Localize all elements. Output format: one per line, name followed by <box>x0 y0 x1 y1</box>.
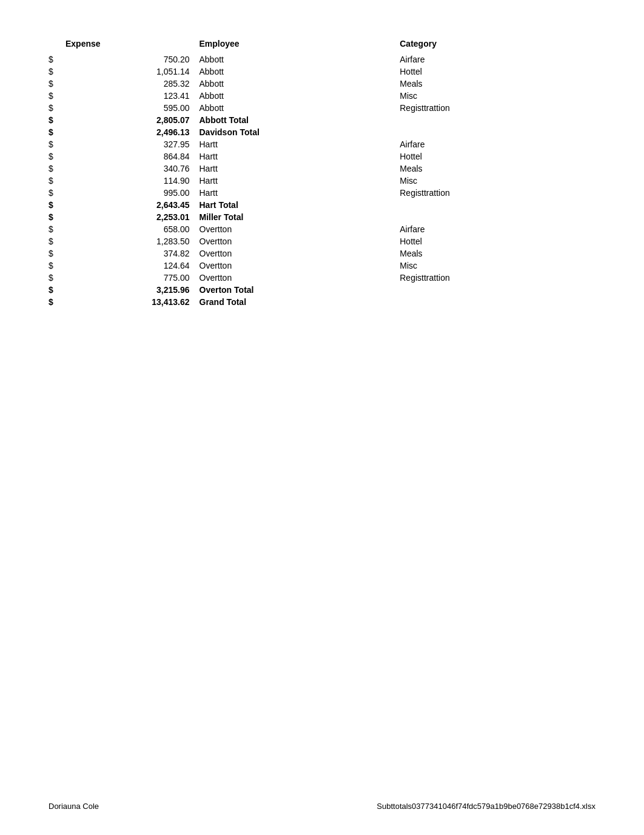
expense-amount: 2,805.07 <box>61 114 195 126</box>
employee-name: Hartt <box>195 163 395 175</box>
employee-name: Hartt <box>195 150 395 163</box>
col-header-expense: Expense <box>61 36 195 53</box>
expense-amount: 124.64 <box>61 260 195 272</box>
employee-name: Overtton <box>195 272 395 284</box>
table-row: $285.32AbbottMeals <box>49 78 595 90</box>
expense-category: Meals <box>395 163 595 175</box>
expense-category: Hottel <box>395 65 595 78</box>
currency-symbol: $ <box>49 65 61 78</box>
employee-name: Overtton <box>195 260 395 272</box>
expense-category: Registtrattion <box>395 187 595 199</box>
employee-name: Abbott <box>195 65 395 78</box>
table-row: $13,413.62Grand Total <box>49 296 595 308</box>
expense-amount: 3,215.96 <box>61 284 195 296</box>
currency-symbol: $ <box>49 260 61 272</box>
expense-amount: 595.00 <box>61 102 195 114</box>
employee-name: Abbott Total <box>195 114 395 126</box>
expense-amount: 123.41 <box>61 90 195 102</box>
table-row: $3,215.96Overton Total <box>49 284 595 296</box>
currency-symbol: $ <box>49 53 61 65</box>
expense-category <box>395 211 595 223</box>
expense-amount: 285.32 <box>61 78 195 90</box>
currency-symbol: $ <box>49 163 61 175</box>
expense-amount: 13,413.62 <box>61 296 195 308</box>
table-row: $374.82OverttonMeals <box>49 247 595 260</box>
employee-name: Grand Total <box>195 296 395 308</box>
expense-amount: 750.20 <box>61 53 195 65</box>
expense-amount: 2,253.01 <box>61 211 195 223</box>
expense-amount: 1,051.14 <box>61 65 195 78</box>
expense-category: Hottel <box>395 150 595 163</box>
currency-symbol: $ <box>49 90 61 102</box>
table-row: $327.95HarttAirfare <box>49 138 595 150</box>
currency-symbol: $ <box>49 126 61 138</box>
expense-category: Meals <box>395 247 595 260</box>
table-row: $2,253.01Miller Total <box>49 211 595 223</box>
currency-symbol: $ <box>49 223 61 235</box>
expense-category: Misc <box>395 90 595 102</box>
table-row: $123.41AbbottMisc <box>49 90 595 102</box>
employee-name: Overton Total <box>195 284 395 296</box>
table-row: $658.00OverttonAirfare <box>49 223 595 235</box>
col-header-category: Category <box>395 36 595 53</box>
currency-symbol: $ <box>49 150 61 163</box>
expense-amount: 1,283.50 <box>61 235 195 247</box>
expense-amount: 340.76 <box>61 163 195 175</box>
table-row: $114.90HarttMisc <box>49 175 595 187</box>
expense-amount: 114.90 <box>61 175 195 187</box>
currency-symbol: $ <box>49 272 61 284</box>
table-row: $1,051.14AbbottHottel <box>49 65 595 78</box>
expense-amount: 775.00 <box>61 272 195 284</box>
employee-name: Abbott <box>195 78 395 90</box>
expense-category: Meals <box>395 78 595 90</box>
expense-amount: 327.95 <box>61 138 195 150</box>
expense-amount: 658.00 <box>61 223 195 235</box>
currency-symbol: $ <box>49 247 61 260</box>
table-row: $750.20AbbottAirfare <box>49 53 595 65</box>
table-row: $340.76HarttMeals <box>49 163 595 175</box>
currency-symbol: $ <box>49 78 61 90</box>
expense-category <box>395 199 595 211</box>
table-row: $2,496.13Davidson Total <box>49 126 595 138</box>
currency-symbol: $ <box>49 235 61 247</box>
expense-category: Misc <box>395 260 595 272</box>
expense-amount: 374.82 <box>61 247 195 260</box>
currency-symbol: $ <box>49 138 61 150</box>
table-row: $2,643.45Hart Total <box>49 199 595 211</box>
expense-category <box>395 296 595 308</box>
expense-category: Registtrattion <box>395 272 595 284</box>
table-row: $864.84HarttHottel <box>49 150 595 163</box>
employee-name: Miller Total <box>195 211 395 223</box>
footer-left: Doriauna Cole <box>49 802 99 811</box>
footer: Doriauna Cole Subttotals0377341046f74fdc… <box>49 802 595 811</box>
expense-category: Airfare <box>395 53 595 65</box>
currency-symbol: $ <box>49 102 61 114</box>
currency-symbol: $ <box>49 114 61 126</box>
expense-table: Expense Employee Category $750.20AbbottA… <box>49 36 595 308</box>
currency-symbol: $ <box>49 175 61 187</box>
employee-name: Hartt <box>195 175 395 187</box>
table-row: $2,805.07Abbott Total <box>49 114 595 126</box>
employee-name: Hartt <box>195 187 395 199</box>
expense-amount: 2,496.13 <box>61 126 195 138</box>
employee-name: Abbott <box>195 53 395 65</box>
employee-name: Abbott <box>195 90 395 102</box>
currency-symbol: $ <box>49 284 61 296</box>
col-header-employee: Employee <box>195 36 395 53</box>
expense-category: Hottel <box>395 235 595 247</box>
currency-symbol: $ <box>49 296 61 308</box>
employee-name: Hart Total <box>195 199 395 211</box>
expense-category <box>395 284 595 296</box>
table-row: $995.00HarttRegisttrattion <box>49 187 595 199</box>
expense-category <box>395 126 595 138</box>
table-row: $1,283.50OverttonHottel <box>49 235 595 247</box>
currency-symbol: $ <box>49 187 61 199</box>
employee-name: Abbott <box>195 102 395 114</box>
expense-amount: 2,643.45 <box>61 199 195 211</box>
employee-name: Davidson Total <box>195 126 395 138</box>
employee-name: Overtton <box>195 235 395 247</box>
col-header-dollar <box>49 36 61 53</box>
employee-name: Overtton <box>195 247 395 260</box>
expense-category: Airfare <box>395 138 595 150</box>
expense-amount: 995.00 <box>61 187 195 199</box>
